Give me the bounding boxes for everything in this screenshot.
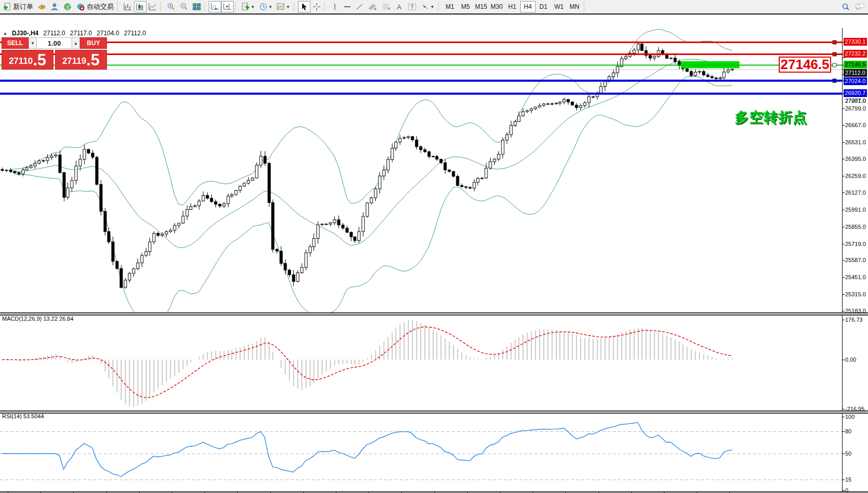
megaphone-icon: [37, 3, 46, 11]
chart-symbol-period: DJ30-,H4: [12, 30, 38, 37]
chart-title: ▲ DJ30-,H4 27112.0 27117.0 27104.0 27112…: [3, 30, 146, 37]
cursor-button[interactable]: [298, 1, 310, 12]
new-order-label: 新订单: [13, 2, 33, 11]
dropdown-arrow-icon: ▼: [251, 5, 255, 9]
zoom-in-button[interactable]: [165, 1, 178, 12]
price-tick-label: 25719.0: [845, 241, 866, 247]
toolbar-group-objects: ▼ ▼ ▼: [239, 1, 292, 13]
period-h1-button[interactable]: H1: [505, 1, 520, 12]
price-tick-label: 25587.0: [845, 257, 866, 263]
buy-price-box[interactable]: 27119.5: [55, 50, 107, 70]
chart-shift-button[interactable]: [221, 1, 234, 12]
price-tick-label: 25183.0: [845, 308, 866, 314]
rsi-tick-label: 50: [845, 450, 851, 457]
price-tick-label: 26799.0: [845, 105, 866, 112]
macd-name: MACD(12,26,9): [2, 316, 42, 322]
period-m30-button[interactable]: M30: [489, 1, 505, 12]
period-d1-button[interactable]: D1: [536, 1, 551, 12]
chart-low-value: 27104.0: [97, 30, 119, 37]
new-order-button[interactable]: 新订单: [1, 1, 35, 12]
templates-button[interactable]: ▼: [275, 1, 292, 12]
volume-input[interactable]: [37, 37, 72, 49]
macd-tick-label: -216.95: [845, 406, 864, 412]
toolbar-group-scroll: [209, 1, 234, 13]
tile-windows-icon: [193, 3, 201, 11]
collapse-panel-icon[interactable]: ▲: [3, 31, 7, 36]
macd-tick-label: 176.73: [845, 317, 863, 323]
chat-button[interactable]: [852, 1, 867, 12]
period-h4-button[interactable]: H4: [520, 1, 536, 12]
community-icon: [50, 3, 59, 11]
equidistant-channel-button[interactable]: E: [366, 1, 379, 12]
arrows-button[interactable]: ▼: [419, 1, 437, 12]
period-mn-button[interactable]: MN: [567, 1, 582, 12]
panel-splitter[interactable]: [0, 312, 868, 316]
vertical-line-button[interactable]: [329, 1, 341, 12]
volume-increase-button[interactable]: ▲: [72, 37, 80, 49]
indicators-button[interactable]: ▼: [239, 1, 257, 12]
text-label-button[interactable]: T: [405, 1, 419, 12]
autotrading-icon: [76, 3, 85, 11]
toolbar-separator: [235, 2, 237, 11]
new-order-icon: [3, 3, 11, 11]
price-tick-label: 25315.0: [845, 291, 866, 297]
news-button[interactable]: [35, 1, 48, 12]
text-label-icon: T: [408, 3, 417, 11]
price-badge: 27024.0: [844, 77, 867, 85]
crosshair-button[interactable]: [310, 1, 323, 12]
svg-text:F: F: [388, 7, 390, 10]
sell-price-frac: .5: [33, 52, 46, 68]
text-button[interactable]: A: [393, 1, 405, 12]
chart-window-border: [0, 13, 868, 15]
trendline-button[interactable]: [354, 1, 366, 12]
price-badge: 27330.1: [844, 38, 867, 46]
period-m1-button[interactable]: M1: [442, 1, 458, 12]
triangle-up-icon: ▲: [74, 41, 78, 46]
period-m5-button[interactable]: M5: [458, 1, 473, 12]
line-chart-button[interactable]: [146, 1, 159, 12]
clock-icon: [259, 3, 267, 11]
search-button[interactable]: [839, 1, 852, 12]
dropdown-arrow-icon: ▼: [430, 5, 435, 9]
autotrading-button[interactable]: 自动交易: [74, 1, 116, 12]
toolbar-separator: [160, 2, 162, 11]
chart-canvas[interactable]: [0, 13, 868, 493]
vertical-line-icon: [332, 3, 338, 11]
zoom-in-icon: [167, 3, 175, 11]
rsi-indicator-label: RSI(14) 53.5044: [2, 413, 44, 419]
sell-price-main: 27110: [9, 54, 33, 68]
periods-button[interactable]: ▼: [257, 1, 275, 12]
horizontal-line-button[interactable]: [341, 1, 354, 12]
volume-decrease-button[interactable]: ▼: [29, 37, 37, 49]
sell-price-box[interactable]: 27110.5: [2, 50, 53, 70]
auto-scroll-button[interactable]: [209, 1, 221, 12]
candlestick-chart-button[interactable]: [134, 1, 146, 12]
pivot-price-label[interactable]: 27146.5: [779, 57, 831, 73]
template-icon: [277, 3, 285, 11]
community-button[interactable]: [48, 1, 61, 12]
pivot-note-text[interactable]: 多空转折点: [735, 108, 807, 127]
panel-splitter[interactable]: [0, 410, 868, 414]
toolbar-group-cursor: [298, 1, 323, 13]
bar-chart-button[interactable]: [121, 1, 134, 12]
macd-tick-label: 0.00: [845, 357, 856, 363]
fibonacci-button[interactable]: F: [379, 1, 393, 12]
price-tick-label: 26531.0: [845, 139, 866, 145]
rsi-name: RSI(14): [2, 413, 22, 419]
toolbar-group-periods: M1 M5 M15 M30 H1 H4 D1 W1 MN: [442, 1, 582, 13]
fibonacci-icon: F: [382, 3, 391, 11]
tile-windows-button[interactable]: [191, 1, 203, 12]
buy-button[interactable]: BUY: [80, 37, 107, 49]
price-badge: 27232.2: [844, 50, 867, 58]
toolbar-group-right: [839, 1, 867, 13]
dropdown-arrow-icon: ▼: [286, 5, 290, 9]
signals-button[interactable]: [61, 1, 74, 12]
price-badge: 26920.7: [844, 89, 867, 97]
equidistant-channel-icon: E: [368, 3, 377, 11]
zoom-out-icon: [180, 3, 188, 11]
sell-button[interactable]: SELL: [2, 37, 29, 49]
period-w1-button[interactable]: W1: [551, 1, 567, 12]
period-m15-button[interactable]: M15: [473, 1, 489, 12]
svg-text:E: E: [374, 7, 376, 10]
zoom-out-button[interactable]: [178, 1, 191, 12]
